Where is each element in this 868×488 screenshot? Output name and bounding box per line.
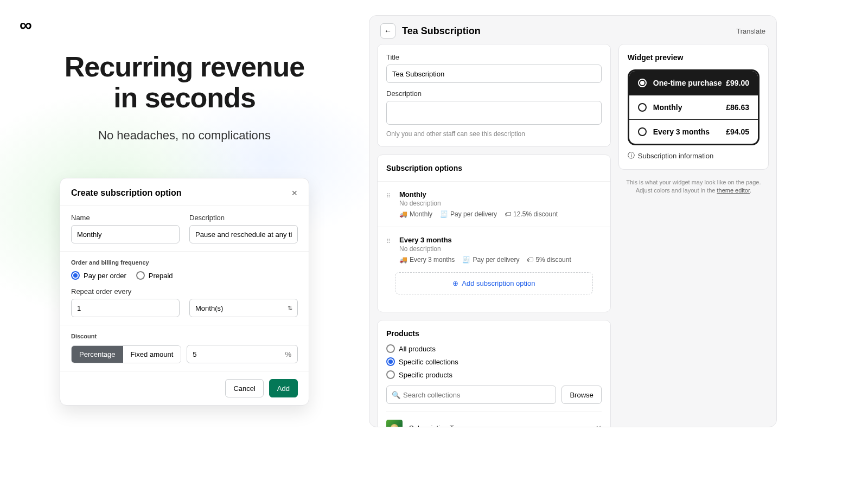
widget-option-onetime[interactable]: One-time purchase £99.00 <box>629 71 758 95</box>
hero-title: Recurring revenuein seconds <box>0 52 369 113</box>
search-icon: 🔍 <box>392 391 400 399</box>
info-icon: ⓘ <box>628 151 635 160</box>
widget-price: £94.05 <box>726 127 749 136</box>
name-label: Name <box>71 214 180 222</box>
option-description: No description <box>399 200 602 207</box>
subscription-option-row[interactable]: ⠿ Monthly No description 🚚Monthly 🧾Pay p… <box>378 181 610 227</box>
repeat-label: Repeat order every <box>71 287 180 296</box>
collection-thumbnail <box>386 420 403 427</box>
subscription-options-card: Subscription options ⠿ Monthly No descri… <box>377 155 611 312</box>
description-label: Description <box>386 89 602 98</box>
receipt-icon: 🧾 <box>440 210 448 218</box>
add-button[interactable]: Add <box>269 379 298 397</box>
description-textarea[interactable] <box>386 101 602 125</box>
widget-option-monthly[interactable]: Monthly £86.63 <box>629 95 758 119</box>
widget-price: £99.00 <box>726 79 749 87</box>
truck-icon: 🚚 <box>399 256 407 264</box>
back-button[interactable]: ← <box>380 23 395 38</box>
option-name: Every 3 months <box>399 236 602 244</box>
cancel-button[interactable]: Cancel <box>225 379 263 397</box>
drag-handle-icon[interactable]: ⠿ <box>386 236 394 264</box>
close-icon[interactable]: ✕ <box>291 189 298 197</box>
hero-subtitle: No headaches, no complications <box>0 129 369 143</box>
name-input[interactable] <box>71 225 180 243</box>
radio-specific-collections[interactable]: Specific collections <box>386 357 602 366</box>
products-card: Products All products Specific collectio… <box>377 320 611 427</box>
title-label: Title <box>386 53 602 61</box>
widget-preview-card: Widget preview One-time purchase £99.00 … <box>618 44 769 170</box>
tag-icon: 🏷 <box>527 256 533 264</box>
title-input[interactable] <box>386 65 602 83</box>
option-description: No description <box>399 245 602 253</box>
radio-icon <box>638 127 647 136</box>
title-description-card: Title Description Only you and other sta… <box>377 44 611 147</box>
tag-icon: 🏷 <box>505 210 511 218</box>
widget-preview-title: Widget preview <box>628 53 760 62</box>
radio-specific-products[interactable]: Specific products <box>386 370 602 379</box>
discount-section-label: Discount <box>71 333 298 339</box>
create-subscription-modal: Create subscription option ✕ Name Descri… <box>60 178 309 406</box>
repeat-count-input[interactable] <box>71 299 180 317</box>
chevron-updown-icon: ⇅ <box>288 305 292 312</box>
theme-editor-link[interactable]: theme editor <box>717 187 750 194</box>
segment-fixed-amount[interactable]: Fixed amount <box>123 346 181 363</box>
discount-value-input[interactable] <box>187 345 298 363</box>
add-subscription-option-button[interactable]: ⊕ Add subscription option <box>395 272 593 294</box>
logo-icon: ∞ <box>20 15 32 35</box>
receipt-icon: 🧾 <box>462 256 470 264</box>
repeat-unit-select[interactable] <box>189 299 298 317</box>
frequency-section-label: Order and billing frequency <box>71 259 298 266</box>
collection-row: Subscription Teas ✕ <box>386 412 602 427</box>
subscription-information-link[interactable]: ⓘ Subscription information <box>628 151 760 160</box>
arrow-left-icon: ← <box>384 27 392 35</box>
description-label: Description <box>189 214 298 222</box>
widget-price: £86.63 <box>726 103 749 112</box>
widget-option-every-3-months[interactable]: Every 3 months £94.05 <box>629 119 758 144</box>
radio-prepaid[interactable]: Prepaid <box>136 271 173 280</box>
search-collections-input[interactable] <box>386 386 556 404</box>
subscription-options-title: Subscription options <box>386 164 602 172</box>
radio-all-products[interactable]: All products <box>386 344 602 353</box>
remove-collection-button[interactable]: ✕ <box>596 424 602 428</box>
plus-circle-icon: ⊕ <box>452 279 458 287</box>
widget-preview: One-time purchase £99.00 Monthly £86.63 … <box>628 69 760 145</box>
option-name: Monthly <box>399 190 602 198</box>
radio-icon <box>638 103 647 112</box>
segment-percentage[interactable]: Percentage <box>72 346 123 363</box>
collection-name: Subscription Teas <box>409 424 589 428</box>
products-title: Products <box>386 329 602 338</box>
translate-button[interactable]: Translate <box>736 27 765 35</box>
subscription-option-row[interactable]: ⠿ Every 3 months No description 🚚Every 3… <box>378 227 610 272</box>
browse-button[interactable]: Browse <box>561 386 601 404</box>
preview-hint: This is what your widget may look like o… <box>618 178 769 195</box>
description-hint: Only you and other staff can see this de… <box>386 130 602 138</box>
hero: Recurring revenuein seconds No headaches… <box>0 52 369 143</box>
radio-icon <box>638 79 647 87</box>
discount-suffix: % <box>285 350 291 358</box>
app-panel: ← Tea Subscription Translate Title Descr… <box>369 15 777 427</box>
radio-pay-per-order[interactable]: Pay per order <box>71 271 126 280</box>
drag-handle-icon[interactable]: ⠿ <box>386 190 394 218</box>
modal-title: Create subscription option <box>71 188 182 198</box>
description-input[interactable] <box>189 225 298 243</box>
truck-icon: 🚚 <box>399 210 407 218</box>
page-title: Tea Subscription <box>402 25 481 37</box>
